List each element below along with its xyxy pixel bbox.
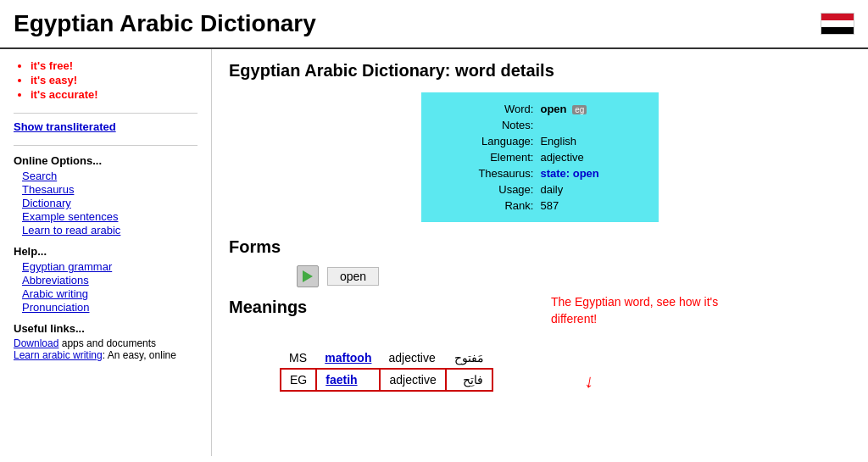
sidebar-item-pronunciation[interactable]: Pronunciation bbox=[22, 301, 198, 314]
word-label: Word: bbox=[435, 101, 537, 117]
sidebar-item-abbreviations[interactable]: Abbreviations bbox=[22, 274, 198, 287]
learn-suffix: : An easy, online bbox=[103, 349, 176, 361]
sidebar-item-arabic-writing[interactable]: Arabic writing bbox=[22, 287, 198, 300]
language-label: Language: bbox=[435, 133, 537, 149]
rank-label: Rank: bbox=[435, 198, 537, 214]
useful-links-title: Useful links... bbox=[14, 322, 198, 335]
divider-1 bbox=[14, 113, 198, 114]
thesaurus-row: Thesaurus: state: open bbox=[435, 165, 645, 181]
lang-ms: MS bbox=[281, 348, 316, 369]
meanings-wrapper: Meanings The Egyptian word, see how it's… bbox=[229, 298, 851, 392]
meanings-table: MS maftooh adjective مَفتوح EG faetih ad… bbox=[280, 348, 493, 392]
flag-white-stripe bbox=[821, 20, 854, 27]
callout-arrow-icon: ↓ bbox=[583, 370, 596, 393]
forms-section-title: Forms bbox=[229, 237, 851, 257]
element-value: adjective bbox=[537, 149, 645, 165]
download-suffix: apps and documents bbox=[58, 337, 156, 349]
download-link[interactable]: Download bbox=[14, 337, 58, 349]
help-title: Help... bbox=[14, 245, 198, 258]
sidebar-item-learn-arabic[interactable]: Learn to read arabic bbox=[22, 224, 198, 237]
header: Egyptian Arabic Dictionary bbox=[0, 0, 868, 49]
usage-row: Usage: daily bbox=[435, 181, 645, 198]
lang-eg: EG bbox=[281, 369, 316, 391]
word-text: open bbox=[540, 103, 566, 115]
main-layout: it's free! it's easy! it's accurate! Sho… bbox=[0, 49, 868, 456]
notes-label: Notes: bbox=[435, 117, 537, 133]
word-eg[interactable]: faetih bbox=[316, 369, 380, 391]
show-transliterated-link[interactable]: Show transliterated bbox=[14, 120, 116, 133]
language-row: Language: English bbox=[435, 133, 645, 149]
arabic-eg: فاتِح bbox=[446, 369, 492, 391]
help-links: Egyptian grammar Abbreviations Arabic wr… bbox=[14, 260, 198, 314]
element-label: Element: bbox=[435, 149, 537, 165]
sidebar-item-dictionary[interactable]: Dictionary bbox=[22, 197, 198, 209]
app-title: Egyptian Arabic Dictionary bbox=[14, 10, 316, 37]
language-value: English bbox=[537, 133, 645, 149]
thesaurus-value: state: open bbox=[537, 165, 645, 181]
meanings-section-title: Meanings bbox=[229, 298, 851, 317]
play-icon bbox=[303, 270, 313, 282]
rank-row: Rank: 587 bbox=[435, 198, 645, 214]
divider-2 bbox=[14, 145, 198, 146]
promo-item-3: it's accurate! bbox=[31, 88, 198, 101]
eg-badge: eg bbox=[572, 105, 587, 114]
usage-label: Usage: bbox=[435, 181, 537, 198]
sidebar-item-egyptian-grammar[interactable]: Egyptian grammar bbox=[22, 260, 198, 273]
page-title: Egyptian Arabic Dictionary: word details bbox=[229, 61, 851, 81]
play-button[interactable] bbox=[297, 265, 319, 287]
rank-value: 587 bbox=[537, 198, 645, 214]
learn-writing-link[interactable]: Learn arabic writing bbox=[14, 349, 103, 361]
promo-item-2: it's easy! bbox=[31, 74, 198, 86]
usage-value: daily bbox=[537, 181, 645, 198]
callout-text: The Egyptian word, see how it's differen… bbox=[551, 294, 721, 327]
pos-ms: adjective bbox=[380, 348, 445, 369]
word-card: Word: open eg Notes: Language: English E… bbox=[421, 92, 659, 222]
meaning-row-eg: EG faetih adjective فاتِح bbox=[281, 369, 492, 391]
egypt-flag bbox=[821, 13, 854, 35]
word-link-eg[interactable]: faetih bbox=[326, 373, 357, 387]
pos-eg: adjective bbox=[380, 369, 445, 391]
element-row: Element: adjective bbox=[435, 149, 645, 165]
flag-red-stripe bbox=[821, 14, 854, 20]
notes-value bbox=[537, 117, 645, 133]
forms-area: open bbox=[297, 265, 851, 287]
promo-item-1: it's free! bbox=[31, 59, 198, 72]
form-word: open bbox=[327, 267, 379, 286]
meaning-row-ms: MS maftooh adjective مَفتوح bbox=[281, 348, 492, 369]
sidebar-item-example-sentences[interactable]: Example sentences bbox=[22, 210, 198, 223]
word-value: open eg bbox=[537, 101, 645, 117]
sidebar: it's free! it's easy! it's accurate! Sho… bbox=[0, 49, 212, 456]
thesaurus-label: Thesaurus: bbox=[435, 165, 537, 181]
promo-list: it's free! it's easy! it's accurate! bbox=[14, 59, 198, 101]
word-link-ms[interactable]: maftooh bbox=[325, 351, 371, 365]
content-area: Egyptian Arabic Dictionary: word details… bbox=[212, 49, 868, 456]
sidebar-item-search[interactable]: Search bbox=[22, 170, 198, 182]
word-row: Word: open eg bbox=[435, 101, 645, 117]
notes-row: Notes: bbox=[435, 117, 645, 133]
sidebar-item-thesaurus[interactable]: Thesaurus bbox=[22, 183, 198, 196]
online-options-title: Online Options... bbox=[14, 154, 198, 167]
online-options-links: Search Thesaurus Dictionary Example sent… bbox=[14, 170, 198, 237]
useful-links-content: Download apps and documents Learn arabic… bbox=[14, 337, 198, 361]
flag-black-stripe bbox=[821, 27, 854, 34]
arabic-ms: مَفتوح bbox=[446, 348, 492, 369]
word-ms[interactable]: maftooh bbox=[316, 348, 380, 369]
